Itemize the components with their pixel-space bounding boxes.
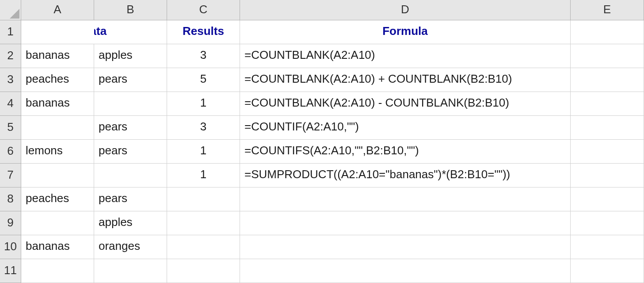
cell-C8[interactable]	[167, 187, 240, 211]
cell-B2[interactable]: apples	[94, 44, 167, 68]
row-header-1[interactable]: 1	[0, 20, 21, 44]
cell-C4[interactable]: 1	[167, 92, 240, 116]
cell-B5[interactable]: pears	[94, 116, 167, 140]
row-header-8[interactable]: 8	[0, 187, 21, 211]
cell-E6[interactable]	[571, 140, 644, 164]
row-header-7[interactable]: 7	[0, 164, 21, 187]
cell-C9[interactable]	[167, 211, 240, 235]
cell-B7[interactable]	[94, 164, 167, 187]
row-header-3[interactable]: 3	[0, 68, 21, 92]
cell-A1[interactable]	[21, 20, 94, 44]
cell-A7[interactable]	[21, 164, 94, 187]
header-data: Data	[94, 24, 107, 38]
row-header-9[interactable]: 9	[0, 211, 21, 235]
cell-E9[interactable]	[571, 211, 644, 235]
cell-D4[interactable]: =COUNTBLANK(A2:A10) - COUNTBLANK(B2:B10)	[240, 92, 571, 116]
row-header-11[interactable]: 11	[0, 259, 21, 283]
cell-E10[interactable]	[571, 235, 644, 259]
cell-C6[interactable]: 1	[167, 140, 240, 164]
cell-D1[interactable]: Formula	[240, 20, 571, 44]
cell-E4[interactable]	[571, 92, 644, 116]
cell-A3[interactable]: peaches	[21, 68, 94, 92]
cell-A8[interactable]: peaches	[21, 187, 94, 211]
cell-A10[interactable]: bananas	[21, 235, 94, 259]
row-header-2[interactable]: 2	[0, 44, 21, 68]
cell-A6[interactable]: lemons	[21, 140, 94, 164]
cell-B4[interactable]	[94, 92, 167, 116]
cell-A2[interactable]: bananas	[21, 44, 94, 68]
select-all-corner[interactable]	[0, 0, 21, 20]
cell-A11[interactable]	[21, 259, 94, 283]
cell-D3[interactable]: =COUNTBLANK(A2:A10) + COUNTBLANK(B2:B10)	[240, 68, 571, 92]
row-header-5[interactable]: 5	[0, 116, 21, 140]
cell-B10[interactable]: oranges	[94, 235, 167, 259]
cell-B3[interactable]: pears	[94, 68, 167, 92]
cell-A5[interactable]	[21, 116, 94, 140]
cell-C11[interactable]	[167, 259, 240, 283]
col-header-C[interactable]: C	[167, 0, 240, 20]
cell-B6[interactable]: pears	[94, 140, 167, 164]
cell-E1[interactable]	[571, 20, 644, 44]
cell-A9[interactable]	[21, 211, 94, 235]
cell-D2[interactable]: =COUNTBLANK(A2:A10)	[240, 44, 571, 68]
cell-E5[interactable]	[571, 116, 644, 140]
col-header-B[interactable]: B	[94, 0, 167, 20]
row-header-6[interactable]: 6	[0, 140, 21, 164]
row-header-10[interactable]: 10	[0, 235, 21, 259]
cell-C10[interactable]	[167, 235, 240, 259]
cell-E11[interactable]	[571, 259, 644, 283]
cell-E8[interactable]	[571, 187, 644, 211]
col-header-A[interactable]: A	[21, 0, 94, 20]
cell-B1[interactable]: Data	[94, 20, 167, 44]
cell-B9[interactable]: apples	[94, 211, 167, 235]
col-header-D[interactable]: D	[240, 0, 571, 20]
cell-D8[interactable]	[240, 187, 571, 211]
cell-D10[interactable]	[240, 235, 571, 259]
cell-C3[interactable]: 5	[167, 68, 240, 92]
cell-C5[interactable]: 3	[167, 116, 240, 140]
cell-D9[interactable]	[240, 211, 571, 235]
col-header-E[interactable]: E	[571, 0, 644, 20]
cell-C7[interactable]: 1	[167, 164, 240, 187]
spreadsheet-grid[interactable]: A B C D E 1 Data Results Formula 2 banan…	[0, 0, 644, 283]
cell-D6[interactable]: =COUNTIFS(A2:A10,"",B2:B10,"")	[240, 140, 571, 164]
cell-C1[interactable]: Results	[167, 20, 240, 44]
cell-E2[interactable]	[571, 44, 644, 68]
cell-D11[interactable]	[240, 259, 571, 283]
row-header-4[interactable]: 4	[0, 92, 21, 116]
cell-B8[interactable]: pears	[94, 187, 167, 211]
cell-C2[interactable]: 3	[167, 44, 240, 68]
cell-E3[interactable]	[571, 68, 644, 92]
cell-A4[interactable]: bananas	[21, 92, 94, 116]
cell-D5[interactable]: =COUNTIF(A2:A10,"")	[240, 116, 571, 140]
cell-E7[interactable]	[571, 164, 644, 187]
cell-B11[interactable]	[94, 259, 167, 283]
cell-D7[interactable]: =SUMPRODUCT((A2:A10="bananas")*(B2:B10="…	[240, 164, 571, 187]
